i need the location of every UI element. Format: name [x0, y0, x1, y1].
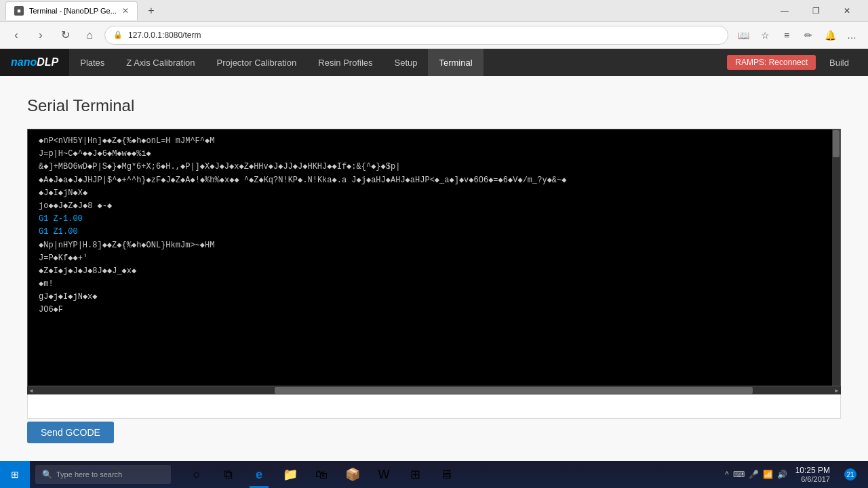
favorites-icon[interactable]: 🔔 [821, 26, 840, 45]
terminal-line-3: &◆]+MBO6wD◆P|S◆}◆Mg*6+X;6◆H.,◆P|]◆X◆J◆J◆… [39, 162, 400, 171]
more-icon[interactable]: … [842, 26, 861, 45]
microphone-icon[interactable]: 🎤 [749, 470, 759, 479]
system-tray-icons: ^ ⌨ 🎤 📶 🔊 [725, 470, 787, 479]
terminal-line-2: J=p|H~C◆^◆◆J◆6◆M◆w◆◆%i◆ [39, 149, 151, 159]
tab-title: Terminal - [NanoDLP Ge... [29, 7, 117, 15]
nav-resin-profiles[interactable]: Resin Profiles [307, 49, 383, 76]
new-tab-button[interactable]: + [143, 3, 159, 19]
search-placeholder-text: Type here to search [56, 470, 122, 479]
build-button[interactable]: Build [821, 55, 857, 70]
sound-icon[interactable]: 🔊 [777, 470, 787, 479]
nav-z-axis-calibration[interactable]: Z Axis Calibration [115, 49, 205, 76]
taskbar-amazon-button[interactable]: 📦 [338, 461, 368, 488]
terminal-line-9: ◆Np|nHYP|H.8]◆◆Z◆{%◆h◆ONL}HkmJm>~◆HM [39, 241, 214, 250]
nav-projector-calibration[interactable]: Projector Calibration [206, 49, 308, 76]
minimize-button[interactable]: — [769, 0, 800, 22]
nav-setup[interactable]: Setup [384, 49, 429, 76]
terminal-hscroll[interactable]: ◄ ► [27, 386, 841, 394]
terminal-line-8: G1 Z1.00 [39, 227, 78, 237]
app7-icon: ⊞ [410, 467, 420, 482]
word-icon: W [378, 468, 390, 482]
toolbar-actions: 📖 ☆ ≡ ✏ 🔔 … [734, 26, 861, 45]
close-button[interactable]: ✕ [831, 0, 863, 22]
nav-terminal[interactable]: Terminal [428, 49, 483, 76]
hscroll-right-arrow[interactable]: ► [833, 386, 841, 394]
task-view-icon: ⧉ [224, 468, 233, 482]
network-icon[interactable]: 📶 [763, 470, 773, 479]
browser-titlebar: ■ Terminal - [NanoDLP Ge... ✕ + — ❐ ✕ [0, 0, 868, 22]
taskbar-store-button[interactable]: 🛍 [307, 461, 336, 488]
terminal-line-10: J=P◆Kf◆◆+' [39, 253, 87, 263]
taskbar-apps: ○ ⧉ e 📁 🛍 📦 W ⊞ 🖥 [182, 461, 461, 488]
address-bar[interactable]: 🔒 127.0.0.1:8080/term [104, 26, 728, 45]
app-navbar: nanoDLP Plates Z Axis Calibration Projec… [0, 49, 868, 76]
hub-icon[interactable]: ≡ [777, 26, 796, 45]
refresh-button[interactable]: ↻ [56, 26, 75, 45]
home-button[interactable]: ⌂ [80, 26, 99, 45]
hscroll-left-arrow[interactable]: ◄ [27, 386, 35, 394]
taskbar-cortana-button[interactable]: ○ [182, 461, 212, 488]
notification-count: 21 [844, 468, 856, 481]
gcode-input[interactable] [33, 400, 835, 410]
store-icon: 🛍 [315, 468, 328, 482]
terminal-scrollbar-right[interactable] [832, 129, 840, 386]
hscroll-track[interactable] [35, 387, 833, 394]
terminal-line-11: ◆Z◆I◆j◆J◆J◆8J◆◆J_◆x◆ [39, 266, 136, 276]
page-title: Serial Terminal [27, 96, 841, 115]
tray-expand-icon[interactable]: ^ [725, 470, 729, 479]
taskbar-search[interactable]: 🔍 Type here to search [35, 465, 171, 484]
start-button[interactable]: ⊞ [0, 461, 30, 488]
logo-text: nanoDLP [11, 56, 58, 68]
taskbar-task-view-button[interactable]: ⧉ [213, 461, 243, 488]
tab-favicon: ■ [14, 6, 24, 16]
app8-icon: 🖥 [440, 468, 452, 482]
taskbar-app8-button[interactable]: 🖥 [431, 461, 461, 488]
nav-links: Plates Z Axis Calibration Projector Cali… [69, 49, 483, 76]
terminal-scroll-thumb[interactable] [833, 130, 840, 157]
browser-toolbar: ‹ › ↻ ⌂ 🔒 127.0.0.1:8080/term 📖 ☆ ≡ ✏ 🔔 … [0, 22, 868, 49]
terminal-line-7: G1 Z-1.00 [39, 214, 83, 224]
search-icon: 🔍 [42, 470, 52, 479]
app-logo: nanoDLP [0, 49, 69, 76]
lock-icon: 🔒 [113, 30, 123, 39]
edge-icon: e [256, 468, 262, 482]
terminal-line-4: ◆A◆J◆a◆J◆JHJP|$^◆+^^h}◆zF◆J◆Z◆A◆!◆%h%◆x◆… [39, 176, 567, 185]
notes-icon[interactable]: ✏ [799, 26, 818, 45]
reader-mode-icon[interactable]: 📖 [734, 26, 753, 45]
amazon-icon: 📦 [345, 467, 360, 482]
hscroll-thumb[interactable] [275, 387, 753, 394]
terminal-line-6: jo◆◆J◆Z◆J◆8 ◆-◆ [39, 201, 112, 211]
terminal-line-5: ◆J◆I◆jN◆X◆ [39, 188, 87, 198]
notification-button[interactable]: 21 [838, 461, 863, 488]
taskbar-explorer-button[interactable]: 📁 [275, 461, 305, 488]
terminal-line-13: gJ◆j◆I◆jN◆x◆ [39, 292, 98, 302]
cortana-icon: ○ [193, 468, 201, 482]
taskbar-clock[interactable]: 10:25 PM 6/6/2017 [790, 466, 835, 483]
send-gcode-button[interactable]: Send GCODE [27, 422, 114, 443]
window-controls: — ❐ ✕ [769, 0, 863, 22]
terminal-line-12: ◆m! [39, 279, 54, 289]
windows-icon: ⊞ [11, 469, 19, 480]
taskbar-edge-button[interactable]: e [244, 461, 274, 488]
browser-tab[interactable]: ■ Terminal - [NanoDLP Ge... ✕ [5, 1, 138, 20]
forward-button[interactable]: › [31, 26, 50, 45]
terminal-container: ◆nP<nVH5Y|Hn]◆◆Z◆{%◆h◆onL=H mJM^F^◆M J=p… [27, 129, 841, 386]
bookmark-icon[interactable]: ☆ [755, 26, 774, 45]
taskbar-word-button[interactable]: W [369, 461, 399, 488]
clock-date: 6/6/2017 [795, 475, 830, 483]
terminal-line-14: JO6◆F [39, 305, 63, 314]
clock-time: 10:25 PM [795, 466, 830, 475]
back-button[interactable]: ‹ [7, 26, 26, 45]
nav-right: RAMPS: Reconnect Build [727, 55, 868, 70]
main-content: Serial Terminal ◆nP<nVH5Y|Hn]◆◆Z◆{%◆h◆on… [0, 76, 868, 488]
nav-plates[interactable]: Plates [69, 49, 115, 76]
terminal-input-area[interactable] [27, 394, 841, 419]
taskbar-app7-button[interactable]: ⊞ [400, 461, 430, 488]
terminal-output: ◆nP<nVH5Y|Hn]◆◆Z◆{%◆h◆onL=H mJM^F^◆M J=p… [28, 129, 832, 323]
tab-close-button[interactable]: ✕ [122, 6, 129, 16]
taskbar: ⊞ 🔍 Type here to search ○ ⧉ e 📁 🛍 📦 W ⊞ [0, 461, 868, 488]
terminal-line-1: ◆nP<nVH5Y|Hn]◆◆Z◆{%◆h◆onL=H mJM^F^◆M [39, 136, 214, 146]
ramps-reconnect-button[interactable]: RAMPS: Reconnect [727, 55, 816, 70]
keyboard-icon[interactable]: ⌨ [733, 470, 745, 479]
restore-button[interactable]: ❐ [800, 0, 831, 22]
